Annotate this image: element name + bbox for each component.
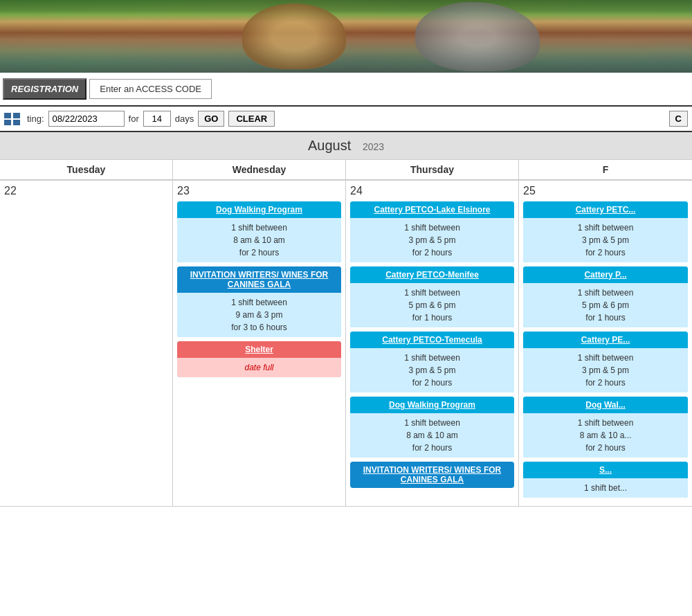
event-dog-walking-25: Dog Wal... 1 shift between 8 am & 10 a..…	[523, 397, 688, 458]
for-label: for	[129, 114, 139, 124]
event-body-dog-walking-23: 1 shift between 8 am & 10 am for 2 hours	[177, 218, 341, 262]
go-button[interactable]: GO	[198, 111, 224, 127]
event-cattery-25-2: Cattery PE... 1 shift between 3 pm & 5 p…	[523, 332, 688, 392]
event-cattery-elsinore-24: Cattery PETCO-Lake Elsinore 1 shift betw…	[350, 201, 514, 262]
event-invitation-23: INVITATION WRITERS/ WINES FOR CANINES GA…	[177, 266, 341, 337]
icon-square-2	[13, 113, 20, 118]
event-cattery-temecula-24: Cattery PETCO-Temecula 1 shift between 3…	[350, 332, 514, 392]
days-input[interactable]	[143, 111, 171, 127]
event-body-cattery-menifee-24: 1 shift between 5 pm & 6 pm for 1 hours	[350, 283, 514, 327]
event-title-s-25[interactable]: S...	[523, 462, 688, 478]
starting-label: ting:	[27, 114, 44, 124]
filter-bar: ting: for days GO CLEAR C	[0, 107, 692, 132]
event-cattery-menifee-24: Cattery PETCO-Menifee 1 shift between 5 …	[350, 266, 514, 327]
event-body-dog-walking-24: 1 shift between 8 am & 10 am for 2 hours	[350, 413, 514, 458]
event-body-cattery-25-0: 1 shift between 3 pm & 5 pm for 2 hours	[523, 218, 688, 262]
event-title-dog-walking-25[interactable]: Dog Wal...	[523, 397, 688, 413]
event-body-cattery-elsinore-24: 1 shift between 3 pm & 5 pm for 2 hours	[350, 218, 514, 262]
icon-row-2	[4, 120, 20, 125]
day-number-22: 22	[4, 185, 168, 197]
month-label: August	[308, 138, 351, 153]
icon-square-3	[4, 120, 11, 125]
event-body-cattery-25-2: 1 shift between 3 pm & 5 pm for 2 hours	[523, 348, 688, 392]
event-body-shelter-23: date full	[177, 358, 341, 377]
event-s-25: S... 1 shift bet...	[523, 462, 688, 498]
event-title-dog-walking-23[interactable]: Dog Walking Program	[177, 201, 341, 218]
calendar-month-header: August 2023	[0, 132, 692, 160]
event-cattery-25-0: Cattery PETC... 1 shift between 3 pm & 5…	[523, 201, 688, 262]
event-title-cattery-elsinore-24[interactable]: Cattery PETCO-Lake Elsinore	[350, 201, 514, 218]
day-cell-25: 25 Cattery PETC... 1 shift between 3 pm …	[519, 181, 692, 507]
icon-row-1	[4, 113, 20, 118]
calendar-grid: 22 23 Dog Walking Program 1 shift betwee…	[0, 180, 692, 507]
event-dog-walking-23: Dog Walking Program 1 shift between 8 am…	[177, 201, 341, 262]
days-label: days	[175, 114, 194, 124]
day-cell-24: 24 Cattery PETCO-Lake Elsinore 1 shift b…	[346, 181, 519, 507]
nav-bar: REGISTRATION Enter an ACCESS CODE	[0, 73, 692, 107]
date-input[interactable]	[48, 111, 125, 127]
day-header-friday: F	[519, 160, 692, 179]
day-header-wednesday: Wednesday	[173, 160, 346, 179]
year-label: 2023	[363, 141, 384, 152]
day-cell-22: 22	[0, 181, 173, 507]
day-number-23: 23	[177, 185, 341, 197]
event-title-invitation-24[interactable]: INVITATION WRITERS/ WINES FOR CANINES GA…	[350, 462, 514, 488]
event-body-s-25: 1 shift bet...	[523, 478, 688, 498]
day-number-24: 24	[350, 185, 514, 197]
event-title-dog-walking-24[interactable]: Dog Walking Program	[350, 397, 514, 413]
event-title-shelter-23[interactable]: Shelter	[177, 341, 341, 358]
event-title-cattery-temecula-24[interactable]: Cattery PETCO-Temecula	[350, 332, 514, 348]
icon-square-4	[13, 120, 20, 125]
event-shelter-23: Shelter date full	[177, 341, 341, 377]
day-cell-23: 23 Dog Walking Program 1 shift between 8…	[173, 181, 346, 507]
day-number-25: 25	[523, 185, 688, 197]
event-body-dog-walking-25: 1 shift between 8 am & 10 a... for 2 hou…	[523, 413, 688, 458]
access-code-button[interactable]: Enter an ACCESS CODE	[89, 79, 212, 99]
event-body-cattery-25-1: 1 shift between 5 pm & 6 pm for 1 hours	[523, 283, 688, 327]
event-title-cattery-menifee-24[interactable]: Cattery PETCO-Menifee	[350, 266, 514, 283]
event-body-cattery-temecula-24: 1 shift between 3 pm & 5 pm for 2 hours	[350, 348, 514, 392]
event-title-cattery-25-2[interactable]: Cattery PE...	[523, 332, 688, 348]
event-body-invitation-23: 1 shift between 9 am & 3 pm for 3 to 6 h…	[177, 293, 341, 337]
event-title-cattery-25-0[interactable]: Cattery PETC...	[523, 201, 688, 218]
day-header-tuesday: Tuesday	[0, 160, 173, 179]
filter-icons	[4, 113, 20, 125]
event-title-invitation-23[interactable]: INVITATION WRITERS/ WINES FOR CANINES GA…	[177, 266, 341, 293]
event-invitation-24: INVITATION WRITERS/ WINES FOR CANINES GA…	[350, 462, 514, 488]
registration-button[interactable]: REGISTRATION	[3, 78, 86, 100]
header-image	[0, 0, 692, 73]
day-header-thursday: Thursday	[346, 160, 519, 179]
top-right-button[interactable]: C	[669, 111, 688, 127]
event-cattery-25-1: Cattery P... 1 shift between 5 pm & 6 pm…	[523, 266, 688, 327]
event-title-cattery-25-1[interactable]: Cattery P...	[523, 266, 688, 283]
icon-square-1	[4, 113, 11, 118]
clear-button[interactable]: CLEAR	[228, 111, 275, 127]
calendar-day-headers: Tuesday Wednesday Thursday F	[0, 160, 692, 180]
event-dog-walking-24: Dog Walking Program 1 shift between 8 am…	[350, 397, 514, 458]
calendar: August 2023 Tuesday Wednesday Thursday F…	[0, 132, 692, 507]
